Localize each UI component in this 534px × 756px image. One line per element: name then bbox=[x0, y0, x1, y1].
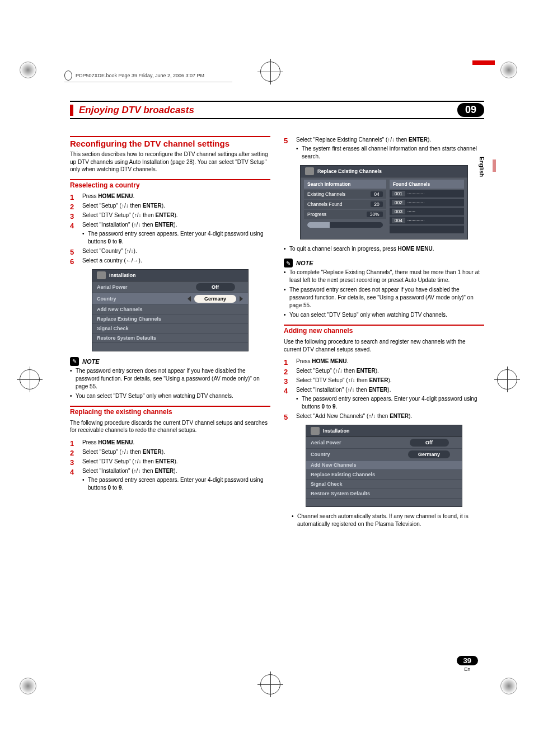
crop-target-bottom bbox=[260, 674, 280, 694]
note-item: The password entry screen does not appea… bbox=[70, 367, 270, 391]
osd-title-text: Installation bbox=[109, 273, 136, 278]
step-item: Select "DTV Setup" (↑/↓ then ENTER). bbox=[70, 458, 270, 466]
right-column: Select "Replace Existing Channels" (↑/↓ … bbox=[284, 136, 484, 529]
step-item: Select "DTV Setup" (↑/↓ then ENTER). bbox=[284, 377, 484, 384]
steps-replace-cont: Select "Replace Existing Channels" (↑/↓ … bbox=[284, 136, 484, 161]
notes-list-2: To complete "Replace Existing Channels",… bbox=[284, 269, 484, 319]
step-sub-note: The password entry screen appears. Enter… bbox=[82, 476, 270, 492]
step-item: Select "Add New Channels" (↑/↓ then ENTE… bbox=[284, 412, 484, 420]
note-label: NOTE bbox=[82, 358, 100, 365]
heading-reconfiguring: Reconfiguring the DTV channel settings bbox=[70, 136, 270, 148]
note-label: NOTE bbox=[296, 260, 313, 266]
note-header: ✎ NOTE bbox=[70, 357, 270, 366]
step-item: Select "Setup" (↑/↓ then ENTER). bbox=[70, 448, 270, 456]
page-number-badge: 39 En bbox=[457, 656, 478, 672]
osd-found-channels-header: Found Channels bbox=[390, 180, 464, 189]
chapter-bar: Enjoying DTV broadcasts 09 bbox=[70, 101, 484, 119]
add-result-note: Channel search automatically starts. If … bbox=[292, 513, 484, 528]
crop-target-right bbox=[497, 369, 517, 389]
osd-installation: Installation Aerial PowerOffCountryGerma… bbox=[92, 269, 249, 351]
step-item: Press HOME MENU. bbox=[70, 439, 270, 447]
osd-search-info-header: Search Information bbox=[304, 180, 386, 189]
note-icon: ✎ bbox=[70, 357, 79, 366]
osd-title-text: Installation bbox=[323, 428, 350, 434]
add-intro: Use the following procedure to search an… bbox=[284, 338, 484, 353]
step-item: Select "Setup" (↑/↓ then ENTER). bbox=[70, 202, 270, 210]
osd-info-row: Existing Channels04 bbox=[304, 190, 386, 199]
chapter-number-badge: 09 bbox=[457, 103, 484, 117]
note-item: The password entry screen does not appea… bbox=[284, 286, 484, 309]
osd-title-bar: Replace Existing Channels bbox=[301, 166, 467, 177]
note-item: Channel search automatically starts. If … bbox=[292, 513, 484, 528]
step-sub-note: The password entry screen appears. Enter… bbox=[82, 230, 270, 246]
osd-found-channels-column: Found Channels 001············· 002·····… bbox=[390, 180, 464, 233]
crop-mark-tr bbox=[500, 62, 517, 78]
osd-replace-existing: Replace Existing Channels Search Informa… bbox=[300, 165, 468, 240]
step-item: Select "Installation" (↑/↓ then ENTER). … bbox=[284, 386, 484, 411]
note-item: You can select "DTV Setup" only when wat… bbox=[70, 392, 270, 400]
osd-menu-table: Aerial PowerOffCountryGermanyAdd New Cha… bbox=[92, 281, 248, 343]
chapter-title: Enjoying DTV broadcasts bbox=[70, 105, 194, 116]
book-header-text: PDP507XDE.book Page 39 Friday, June 2, 2… bbox=[76, 73, 204, 78]
book-header-icon bbox=[64, 71, 72, 81]
step-item: Select "Setup" (↑/↓ then ENTER). bbox=[284, 367, 484, 375]
left-column: Reconfiguring the DTV channel settings T… bbox=[70, 136, 270, 529]
osd-progress-fill bbox=[307, 222, 330, 228]
steps-add: Press HOME MENU. Select "Setup" (↑/↓ the… bbox=[284, 358, 484, 420]
steps-replace: Press HOME MENU. Select "Setup" (↑/↓ the… bbox=[70, 439, 270, 492]
heading-adding-new-channels: Adding new channels bbox=[284, 325, 484, 335]
step-item: Press HOME MENU. bbox=[70, 192, 270, 200]
crop-mark-br bbox=[500, 678, 517, 694]
note-item: You can select "DTV Setup" only when wat… bbox=[284, 311, 484, 319]
quit-note-list: To quit a channel search in progress, pr… bbox=[284, 245, 484, 253]
red-marker-top bbox=[472, 60, 495, 65]
osd-title-bar: Installation bbox=[306, 425, 462, 437]
osd-channel-row: 003······ bbox=[390, 208, 464, 215]
heading-reselecting-country: Reselecting a country bbox=[70, 179, 270, 189]
note-item: To complete "Replace Existing Channels",… bbox=[284, 269, 484, 284]
notes-list-1: The password entry screen does not appea… bbox=[70, 367, 270, 400]
intro-paragraph: This section describes how to reconfigur… bbox=[70, 151, 270, 173]
osd-installation-2: Installation Aerial PowerOffCountryGerma… bbox=[306, 425, 462, 507]
step-item: Select "Installation" (↑/↓ then ENTER). … bbox=[70, 221, 270, 246]
step-item: Press HOME MENU. bbox=[284, 358, 484, 365]
osd-title-text: Replace Existing Channels bbox=[317, 168, 382, 174]
osd-channel-row: 002············· bbox=[390, 199, 464, 206]
osd-channel-row: 004············· bbox=[390, 217, 464, 224]
red-marker-side bbox=[493, 159, 496, 172]
osd-channel-row: 001············· bbox=[390, 190, 464, 198]
osd-title-icon bbox=[311, 427, 320, 435]
crop-mark-bl bbox=[20, 678, 36, 694]
page-number: 39 bbox=[457, 656, 478, 665]
osd-title-icon bbox=[97, 271, 106, 279]
step-item: Select "Replace Existing Channels" (↑/↓ … bbox=[284, 136, 484, 161]
replace-intro: The following procedure discards the cur… bbox=[70, 419, 270, 434]
crop-target-top bbox=[260, 62, 280, 82]
step-item: Select "DTV Setup" (↑/↓ then ENTER). bbox=[70, 212, 270, 219]
heading-replacing-channels: Replacing the existing channels bbox=[70, 406, 270, 416]
page-language-code: En bbox=[457, 666, 478, 672]
crop-mark-tl bbox=[20, 62, 36, 78]
steps-reselect: Press HOME MENU. Select "Setup" (↑/↓ the… bbox=[70, 192, 270, 265]
step-sub-note: The password entry screen appears. Enter… bbox=[296, 395, 484, 411]
osd-progress-row bbox=[304, 219, 386, 231]
osd-menu-table: Aerial PowerOffCountryGermanyAdd New Cha… bbox=[306, 437, 462, 499]
step-item: Select a country (←/→). bbox=[70, 257, 270, 265]
osd-title-bar: Installation bbox=[92, 270, 248, 281]
crop-target-left bbox=[20, 369, 40, 389]
step-item: Select "Country" (↑/↓). bbox=[70, 247, 270, 255]
osd-search-info-column: Search Information Existing Channels04 C… bbox=[304, 180, 386, 233]
note-header: ✎ NOTE bbox=[284, 259, 484, 267]
step-sub-note: The system first erases all channel info… bbox=[296, 145, 484, 161]
step-item: Select "Installation" (↑/↓ then ENTER). … bbox=[70, 467, 270, 492]
book-header: PDP507XDE.book Page 39 Friday, June 2, 2… bbox=[64, 69, 232, 82]
note-icon: ✎ bbox=[284, 259, 293, 267]
osd-channel-row-empty bbox=[390, 226, 464, 233]
osd-info-row: Progress30% bbox=[304, 210, 386, 219]
osd-info-row: Channels Found20 bbox=[304, 200, 386, 209]
osd-title-icon bbox=[305, 167, 314, 175]
page-content: Enjoying DTV broadcasts 09 Reconfiguring… bbox=[70, 101, 484, 529]
note-item: To quit a channel search in progress, pr… bbox=[284, 245, 484, 253]
